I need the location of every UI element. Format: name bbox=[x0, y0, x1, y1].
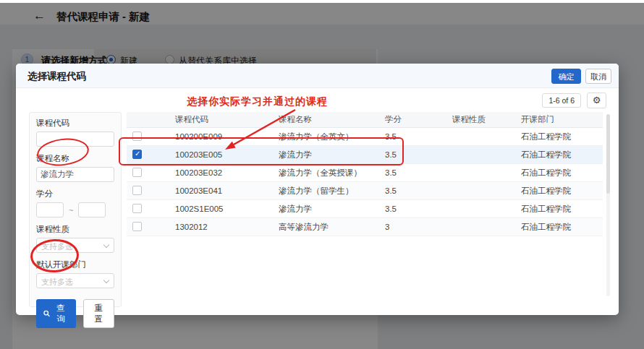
cell-credits: 3.5 bbox=[385, 168, 452, 177]
credits-label: 学分 bbox=[36, 189, 114, 199]
header-code: 课程代码 bbox=[175, 114, 279, 125]
cell-code: 100203E032 bbox=[175, 168, 279, 177]
modal-header: 选择课程代码 确定 取消 bbox=[16, 64, 619, 88]
cancel-button[interactable]: 取消 bbox=[585, 69, 611, 84]
table-row[interactable]: 1002S1E005 渗流力学 3.5 石油工程学院 bbox=[127, 200, 603, 218]
reset-button[interactable]: 重置 bbox=[83, 299, 114, 328]
cell-name: 渗流力学（留学生） bbox=[279, 186, 385, 197]
screen: ← 替代课程申请 - 新建 1 请选择新增方式 新建 从替代关系库中选择 选择课… bbox=[0, 0, 644, 349]
course-nature-select[interactable]: 支持多选 bbox=[36, 238, 114, 253]
select-course-modal: 选择课程代码 确定 取消 选择你实际学习并通过的课程 1-6 of 6 ⚙ 课程… bbox=[16, 64, 619, 315]
row-checkbox[interactable] bbox=[132, 222, 142, 231]
cell-code: 1302012 bbox=[175, 223, 279, 231]
table-row[interactable]: 100203E032 渗流力学（全英授课） 3.5 石油工程学院 bbox=[127, 164, 603, 182]
cell-dept: 石油工程学院 bbox=[521, 204, 603, 215]
cell-credits: 3.5 bbox=[385, 204, 452, 213]
department-label: 默认开课部门 bbox=[36, 259, 114, 270]
department-select[interactable]: 支持多选 bbox=[36, 273, 114, 288]
cell-dept: 石油工程学院 bbox=[521, 150, 603, 160]
course-name-input[interactable] bbox=[36, 167, 114, 182]
cell-credits: 3 bbox=[385, 223, 452, 231]
cell-name: 高等渗流力学 bbox=[279, 222, 385, 233]
cell-credits: 3.5 bbox=[385, 150, 452, 159]
department-placeholder: 支持多选 bbox=[41, 277, 73, 288]
search-button-label: 查询 bbox=[53, 303, 68, 324]
search-icon bbox=[43, 310, 50, 317]
pagination-info: 1-6 of 6 bbox=[542, 93, 581, 108]
cell-credits: 3.5 bbox=[385, 132, 452, 141]
row-checkbox[interactable] bbox=[132, 132, 142, 141]
header-dept: 开课部门 bbox=[521, 114, 603, 125]
cell-name: 渗流力学 bbox=[279, 150, 385, 160]
cell-code: 100203E005 bbox=[175, 150, 279, 159]
credits-range-separator: ~ bbox=[69, 206, 73, 215]
row-checkbox[interactable] bbox=[132, 204, 142, 213]
table-row[interactable]: 100200E009 渗流力学（全英文） 3.5 石油工程学院 bbox=[127, 128, 603, 146]
cell-name: 渗流力学（全英文） bbox=[279, 132, 385, 142]
cell-code: 100200E009 bbox=[175, 132, 279, 141]
cell-credits: 3.5 bbox=[385, 186, 452, 195]
table-header-row: 课程代码 课程名称 学分 课程性质 开课部门 bbox=[127, 112, 603, 128]
row-checkbox-checked[interactable] bbox=[132, 150, 142, 159]
row-checkbox[interactable] bbox=[132, 186, 142, 195]
cell-dept: 石油工程学院 bbox=[521, 168, 603, 178]
confirm-button[interactable]: 确定 bbox=[551, 69, 581, 84]
red-annotation-text: 选择你实际学习并通过的课程 bbox=[187, 95, 328, 108]
cell-code: 1002S1E005 bbox=[175, 204, 279, 213]
scrollbar[interactable] bbox=[606, 114, 610, 296]
cell-name: 渗流力学 bbox=[279, 204, 385, 215]
course-nature-placeholder: 支持多选 bbox=[41, 241, 73, 252]
chevron-down-icon bbox=[103, 277, 109, 283]
course-name-label: 课程名称 bbox=[36, 153, 114, 164]
course-table: 课程代码 课程名称 学分 课程性质 开课部门 100200E009 渗流力学（全… bbox=[127, 112, 603, 236]
credits-min-input[interactable] bbox=[36, 202, 64, 217]
row-checkbox[interactable] bbox=[132, 168, 142, 177]
search-button[interactable]: 查询 bbox=[36, 299, 76, 328]
header-nature: 课程性质 bbox=[452, 114, 521, 125]
course-nature-label: 课程性质 bbox=[36, 224, 114, 235]
header-credits: 学分 bbox=[385, 114, 452, 125]
scrollbar-thumb[interactable] bbox=[606, 114, 610, 194]
cell-dept: 石油工程学院 bbox=[521, 186, 603, 197]
cell-code: 100203E041 bbox=[175, 186, 279, 195]
header-name: 课程名称 bbox=[279, 114, 385, 125]
modal-title: 选择课程代码 bbox=[27, 70, 86, 83]
cell-dept: 石油工程学院 bbox=[521, 132, 603, 142]
course-code-input[interactable] bbox=[36, 132, 114, 147]
table-row-selected[interactable]: 100203E005 渗流力学 3.5 石油工程学院 bbox=[127, 146, 603, 164]
course-code-label: 课程代码 bbox=[36, 118, 114, 129]
table-row[interactable]: 100203E041 渗流力学（留学生） 3.5 石油工程学院 bbox=[127, 182, 603, 200]
cell-dept: 石油工程学院 bbox=[521, 222, 603, 233]
filter-panel: 课程代码 课程名称 学分 ~ 课程性质 支持多选 默认开课部门 支持多选 bbox=[29, 112, 122, 307]
chevron-down-icon bbox=[103, 242, 109, 248]
gear-icon[interactable]: ⚙ bbox=[587, 92, 606, 108]
cell-name: 渗流力学（全英授课） bbox=[279, 168, 385, 178]
credits-max-input[interactable] bbox=[78, 202, 106, 217]
table-row[interactable]: 1302012 高等渗流力学 3 石油工程学院 bbox=[127, 218, 603, 236]
